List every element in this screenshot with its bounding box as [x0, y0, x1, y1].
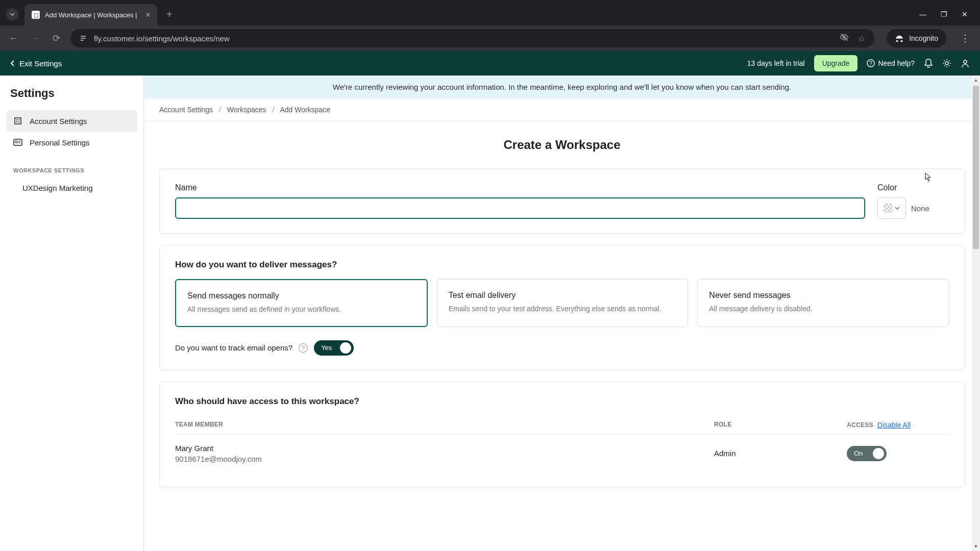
svg-rect-11 — [18, 119, 19, 120]
eye-off-icon[interactable] — [840, 33, 849, 44]
delivery-option-normal[interactable]: Send messages normally All messages send… — [175, 279, 428, 327]
gear-icon[interactable] — [942, 59, 951, 68]
page-title: Create a Workspace — [159, 138, 965, 152]
address-bar[interactable]: fly.customer.io/settings/workspaces/new … — [70, 29, 874, 47]
breadcrumb-workspaces[interactable]: Workspaces — [227, 106, 266, 114]
sidebar-section-heading: WORKSPACE SETTINGS — [6, 153, 137, 179]
incognito-label: Incognito — [909, 34, 938, 42]
col-header-member: TEAM MEMBER — [175, 421, 714, 429]
sidebar-item-label: Personal Settings — [30, 138, 90, 147]
scrollbar[interactable]: ▲ ▼ — [972, 76, 980, 551]
need-help-label: Need help? — [878, 59, 915, 67]
access-heading: Who should have access to this workspace… — [175, 396, 949, 407]
toggle-knob — [873, 448, 884, 459]
svg-point-15 — [15, 141, 17, 143]
col-header-role: ROLE — [714, 421, 847, 429]
name-label: Name — [175, 183, 865, 192]
member-role: Admin — [714, 449, 736, 458]
svg-rect-0 — [81, 36, 86, 37]
transparent-swatch-icon — [884, 204, 893, 213]
member-access-toggle[interactable]: On — [847, 446, 887, 461]
breadcrumb-account-settings[interactable]: Account Settings — [159, 106, 213, 114]
chevron-down-icon — [895, 206, 900, 210]
toggle-knob — [340, 342, 351, 354]
close-tab-icon[interactable]: ✕ — [145, 11, 151, 19]
notifications-icon[interactable] — [924, 59, 933, 68]
window-controls: — ❐ ✕ — [919, 10, 980, 26]
toggle-state-label: On — [854, 449, 863, 457]
browser-tab-strip: ⬚ Add Workspace | Workspaces | ✕ + — ❐ ✕ — [0, 0, 980, 26]
app-body: Settings Account Settings Personal Setti… — [0, 76, 980, 551]
browser-tab[interactable]: ⬚ Add Workspace | Workspaces | ✕ — [24, 4, 157, 26]
member-email: 9018671e@moodjoy.com — [175, 455, 714, 463]
help-tooltip-icon[interactable]: ? — [299, 343, 308, 353]
bookmark-star-icon[interactable]: ☆ — [858, 34, 865, 43]
option-title: Never send messages — [709, 291, 937, 300]
option-desc: All message delivery is disabled. — [709, 304, 937, 314]
breadcrumb-current: Add Workspace — [280, 106, 330, 114]
chevron-down-icon — [10, 12, 15, 17]
toggle-state-label: Yes — [321, 344, 332, 352]
access-card: Who should have access to this workspace… — [159, 382, 965, 487]
incognito-icon — [895, 35, 904, 42]
info-banner: We're currently reviewing your account i… — [144, 76, 980, 98]
sidebar-item-account-settings[interactable]: Account Settings — [6, 110, 137, 132]
breadcrumb-separator: / — [219, 106, 221, 114]
track-opens-label: Do you want to track email opens? — [175, 343, 292, 352]
svg-rect-10 — [16, 119, 17, 120]
maximize-icon[interactable]: ❐ — [941, 10, 947, 18]
breadcrumb: Account Settings / Workspaces / Add Work… — [144, 98, 980, 121]
workspace-name-input[interactable] — [175, 197, 865, 219]
trial-countdown: 13 days left in trial — [747, 59, 805, 67]
building-icon — [13, 116, 22, 126]
tab-search-dropdown[interactable] — [6, 8, 18, 20]
profile-icon[interactable] — [961, 59, 970, 68]
upgrade-button[interactable]: Upgrade — [814, 55, 858, 71]
name-color-card: Name Color None — [159, 168, 965, 234]
sidebar-item-label: Account Settings — [30, 117, 87, 126]
help-circle-icon: ? — [867, 59, 875, 67]
delivery-option-test[interactable]: Test email delivery Emails send to your … — [437, 279, 689, 327]
delivery-option-never[interactable]: Never send messages All message delivery… — [697, 279, 949, 327]
sidebar-workspace-item[interactable]: UXDesign Marketing — [6, 179, 137, 197]
url-text: fly.customer.io/settings/workspaces/new — [94, 34, 832, 43]
table-row: Mary Grant 9018671e@moodjoy.com Admin On — [175, 435, 949, 472]
browser-menu-icon[interactable]: ⋮ — [953, 33, 974, 44]
svg-rect-2 — [81, 40, 84, 41]
svg-rect-14 — [14, 139, 22, 145]
new-tab-button[interactable]: + — [157, 9, 182, 26]
close-window-icon[interactable]: ✕ — [962, 10, 968, 18]
reload-button[interactable]: ⟳ — [49, 33, 63, 44]
delivery-card: How do you want to deliver messages? Sen… — [159, 245, 965, 370]
color-picker-dropdown[interactable] — [877, 197, 906, 219]
site-info-icon[interactable] — [80, 34, 87, 43]
sidebar-item-personal-settings[interactable]: Personal Settings — [6, 132, 137, 153]
breadcrumb-separator: / — [272, 106, 274, 114]
color-label: Color — [877, 183, 949, 192]
sidebar-title: Settings — [6, 87, 137, 110]
color-value-text: None — [911, 204, 929, 213]
member-name: Mary Grant — [175, 444, 714, 453]
favicon: ⬚ — [32, 11, 40, 19]
exit-settings-link[interactable]: Exit Settings — [10, 59, 62, 68]
disable-all-link[interactable]: Disable All — [877, 421, 911, 429]
minimize-icon[interactable]: — — [919, 10, 926, 18]
option-title: Send messages normally — [187, 291, 415, 300]
svg-point-8 — [964, 60, 967, 63]
scroll-up-arrow[interactable]: ▲ — [973, 77, 979, 84]
svg-text:?: ? — [870, 61, 873, 66]
id-card-icon — [13, 138, 22, 147]
forward-button[interactable]: → — [28, 33, 42, 44]
col-header-access: ACCESS — [847, 421, 873, 429]
delivery-heading: How do you want to deliver messages? — [175, 260, 949, 270]
scrollbar-thumb[interactable] — [973, 86, 979, 249]
tab-title: Add Workspace | Workspaces | — [45, 11, 140, 19]
option-desc: All messages send as defined in your wor… — [187, 305, 415, 315]
incognito-badge[interactable]: Incognito — [887, 29, 946, 47]
svg-rect-12 — [16, 121, 17, 122]
back-button[interactable]: ← — [6, 33, 20, 44]
svg-point-7 — [945, 62, 948, 65]
track-opens-toggle[interactable]: Yes — [314, 340, 354, 356]
need-help-link[interactable]: ? Need help? — [867, 59, 915, 67]
scroll-down-arrow[interactable]: ▼ — [973, 543, 979, 550]
